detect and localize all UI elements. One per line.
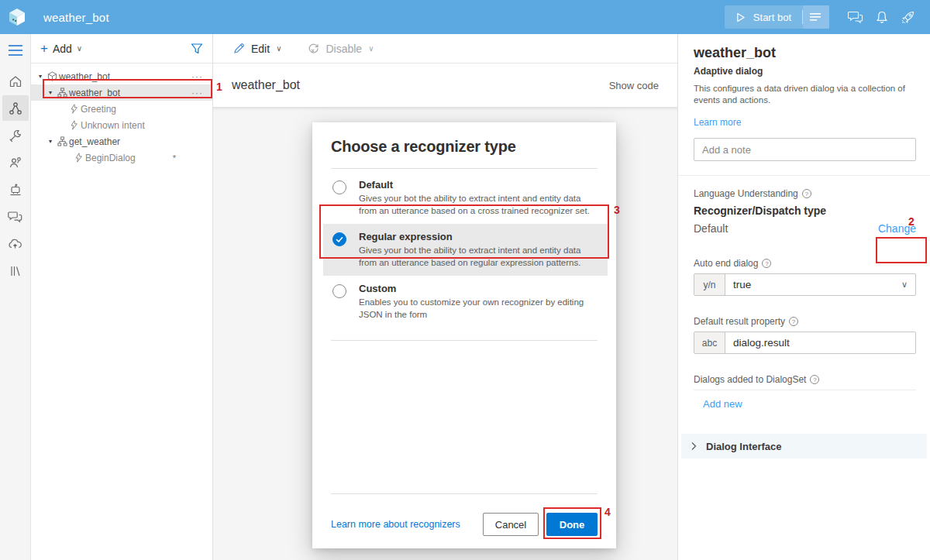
funnel-icon <box>191 43 203 54</box>
tree-item-dialog-weather_bot[interactable]: ▾ weather_bot ··· <box>31 84 212 101</box>
trigger-icon <box>67 104 81 114</box>
dialog-icon <box>55 136 69 146</box>
field-type-prefix: y/n <box>694 274 725 295</box>
editor-toolbar: Edit ∨ Disable ∨ <box>213 34 677 64</box>
language-understanding-label: Language Understanding ? <box>694 188 916 199</box>
disable-button[interactable]: Disable ∨ <box>308 43 374 55</box>
notifications-button[interactable] <box>870 5 894 29</box>
chevron-down-icon: ∨ <box>77 44 82 53</box>
recognizer-type-label: Recognizer/Dispatch type <box>694 204 916 217</box>
recognizer-option-regular-expression[interactable]: Regular expression Gives your bot the ab… <box>323 224 608 276</box>
filter-button[interactable] <box>191 43 203 54</box>
whats-new-button[interactable] <box>896 5 921 29</box>
note-input[interactable] <box>694 138 916 161</box>
chevron-down-icon: ∨ <box>276 44 281 53</box>
menu-button[interactable] <box>9 45 22 56</box>
properties-panel: weather_bot Adaptive dialog This configu… <box>678 34 930 560</box>
learn-more-recognizers-link[interactable]: Learn more about recognizers <box>331 519 460 530</box>
top-bar: weather_bot Start bot <box>0 0 930 34</box>
divider <box>694 390 916 390</box>
project-explorer: + Add ∨ ▾ weather_bot ··· <box>31 34 213 560</box>
tree-item-trigger-greeting[interactable]: Greeting <box>31 101 212 117</box>
recognizer-value: Default <box>694 222 728 235</box>
chevron-down-icon: ∨ <box>368 44 374 53</box>
tree-item-bot-weather_bot[interactable]: ▾ weather_bot ··· <box>31 68 212 84</box>
sidebar-item-emulator[interactable] <box>2 177 29 202</box>
list-icon <box>810 12 822 22</box>
sidebar-item-qna[interactable] <box>2 204 29 229</box>
add-button[interactable]: + Add ∨ <box>40 42 82 55</box>
bot-runtime-log-button[interactable] <box>803 5 829 29</box>
caret-down-icon[interactable]: ▾ <box>46 89 55 96</box>
learn-more-link[interactable]: Learn more <box>694 117 741 128</box>
more-actions-icon[interactable]: ··· <box>191 71 208 82</box>
chevron-down-icon: ∨ <box>901 280 915 290</box>
field-type-prefix: abc <box>694 332 725 353</box>
properties-subtitle: Adaptive dialog <box>694 66 916 77</box>
help-icon[interactable]: ? <box>762 259 771 268</box>
sidebar-item-design[interactable] <box>2 95 29 121</box>
divider <box>678 175 930 176</box>
dialog-tree: ▾ weather_bot ··· ▾ <box>31 64 212 166</box>
nav-rail <box>0 34 31 560</box>
auto-end-dialog-dropdown[interactable]: y/n true ∨ <box>694 273 916 296</box>
tree-item-dialog-get_weather[interactable]: ▾ get_weather <box>31 133 212 149</box>
user-node-icon <box>9 156 22 170</box>
help-icon[interactable]: ? <box>802 189 811 198</box>
default-result-property-input[interactable]: abc dialog.result <box>694 332 916 354</box>
help-icon[interactable]: ? <box>789 317 798 326</box>
plus-icon: + <box>40 42 48 55</box>
bell-icon <box>875 10 889 25</box>
help-icon[interactable]: ? <box>810 375 819 384</box>
start-bot-button[interactable]: Start bot <box>725 5 802 29</box>
robot-icon <box>9 183 22 197</box>
chevron-right-icon <box>689 441 698 451</box>
sidebar-item-package-library[interactable] <box>2 258 29 283</box>
done-button[interactable]: Done <box>546 513 598 536</box>
more-actions-icon[interactable]: ··· <box>191 88 208 98</box>
trigger-icon <box>67 120 81 130</box>
caret-down-icon[interactable]: ▾ <box>46 138 55 145</box>
unsaved-marker: * <box>173 153 176 163</box>
dialog-title: weather_bot <box>232 78 300 92</box>
start-bot-group: Start bot <box>725 5 829 29</box>
composer-logo-icon <box>0 0 34 34</box>
tree-item-trigger-unknown-intent[interactable]: Unknown intent <box>31 117 212 133</box>
sidebar-item-user-input[interactable] <box>2 149 29 175</box>
caret-down-icon[interactable]: ▾ <box>36 73 45 80</box>
add-new-link[interactable]: Add new <box>703 398 742 410</box>
cancel-button[interactable]: Cancel <box>483 513 539 536</box>
dialog-icon <box>55 88 69 98</box>
cloud-upload-icon <box>8 237 22 250</box>
properties-description: This configures a data driven dialog via… <box>694 83 916 106</box>
app-title: weather_bot <box>43 11 109 24</box>
feedback-button[interactable] <box>843 5 868 29</box>
radio-checked-icon[interactable] <box>332 232 346 246</box>
dialogs-added-label: Dialogs added to DialogSet ? <box>694 374 916 385</box>
design-flow-icon <box>9 101 22 115</box>
auto-end-dialog-label: Auto end dialog ? <box>694 258 916 269</box>
default-result-property-label: Default result property ? <box>694 316 916 327</box>
home-icon <box>9 74 22 88</box>
play-icon <box>735 12 746 22</box>
trigger-icon <box>71 153 85 163</box>
modal-title: Choose a recognizer type <box>331 138 598 156</box>
change-recognizer-link[interactable]: Change <box>878 222 916 235</box>
bot-project-icon <box>45 71 59 81</box>
edit-button[interactable]: Edit ∨ <box>233 43 281 55</box>
divider <box>331 340 598 341</box>
library-icon <box>9 264 22 278</box>
recognizer-option-custom[interactable]: Custom Enables you to customize your own… <box>331 276 598 328</box>
sidebar-item-home[interactable] <box>2 68 29 94</box>
radio-unchecked-icon[interactable] <box>332 284 346 298</box>
tree-item-trigger-begindialog[interactable]: BeginDialog * <box>31 149 212 166</box>
show-code-toggle[interactable]: Show code <box>609 80 659 91</box>
sidebar-item-publish[interactable] <box>2 231 29 256</box>
divider <box>331 493 598 494</box>
sidebar-item-bot-responses[interactable] <box>2 122 29 148</box>
rocket-icon <box>901 9 916 25</box>
dialog-interface-section[interactable]: Dialog Interface <box>681 434 927 459</box>
recognizer-option-default[interactable]: Default Gives your bot the ability to ex… <box>331 172 598 224</box>
chat-bubbles-icon <box>8 210 22 223</box>
radio-unchecked-icon[interactable] <box>332 180 346 194</box>
